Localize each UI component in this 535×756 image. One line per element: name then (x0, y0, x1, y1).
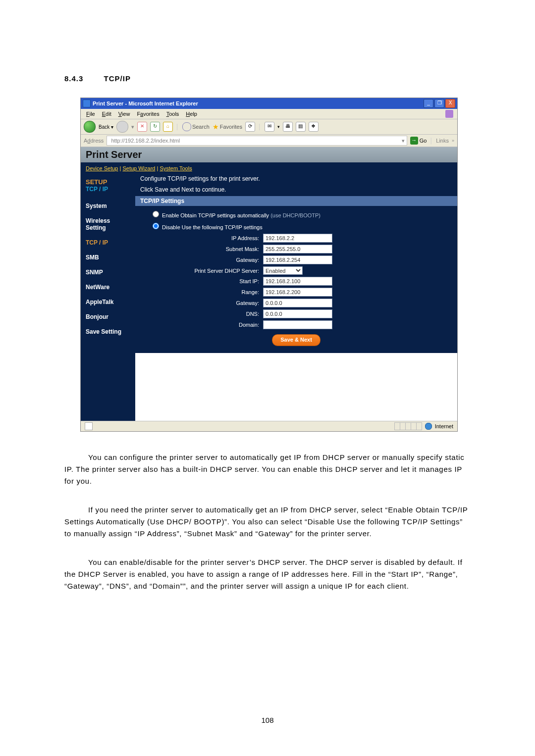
address-value: http://192.168.2.2/index.html (111, 138, 180, 144)
mail-button[interactable]: ✉ (265, 122, 274, 132)
sidebar-item-tcpip[interactable]: TCP / IP (81, 235, 135, 250)
menu-bar: FFileile Edit View Favorites Tools Help (81, 109, 457, 119)
dns-label: DNS: (140, 311, 263, 317)
back-button[interactable] (84, 121, 96, 133)
breadcrumb: Device Setup | Setup Wizard | System Too… (81, 162, 457, 173)
status-hatch (394, 422, 422, 430)
range-input[interactable] (263, 288, 332, 297)
window-maximize-button[interactable]: ❐ (434, 99, 444, 108)
discuss-button[interactable]: ❖ (309, 122, 319, 132)
gateway-input[interactable] (263, 255, 332, 264)
home-button[interactable]: ⌂ (163, 122, 173, 132)
done-icon (85, 422, 93, 430)
menu-favorites[interactable]: Favorites (133, 111, 162, 117)
sidebar-item-netware[interactable]: NetWare (81, 280, 135, 295)
internet-zone-label: Internet (435, 423, 453, 429)
para-3: You can enable/disable for the printer s… (64, 558, 463, 590)
window-minimize-button[interactable]: _ (424, 99, 433, 108)
ie-window: Print Server - Microsoft Internet Explor… (80, 98, 458, 432)
opt-enable-hint: (use DHCP/BOOTP) (270, 212, 321, 218)
dns-input[interactable] (263, 309, 332, 318)
sidebar-setup-heading: SETUP (81, 177, 135, 186)
sidebar-item-save-setting[interactable]: Save Setting (81, 324, 135, 339)
section-title: TCP/IP (104, 74, 131, 83)
gateway2-label: Gateway: (140, 300, 263, 306)
window-titlebar: Print Server - Microsoft Internet Explor… (81, 98, 457, 109)
menu-view[interactable]: View (115, 111, 134, 117)
mask-input[interactable] (263, 245, 332, 253)
address-label: Address (84, 138, 104, 144)
panel-desc-1: Configure TCP/IP settings for the print … (135, 173, 457, 184)
sidebar-item-snmp[interactable]: SNMP (81, 265, 135, 280)
sidebar-setup-sub: TCP / IP (81, 186, 135, 199)
toolbar: Back ▾ ▾ ✕ ↻ ⌂ │ Search ★Favorites ⟳ │ ✉… (81, 119, 457, 135)
refresh-button[interactable]: ↻ (150, 122, 160, 132)
tcpip-subhead: TCP/IP Settings (135, 196, 457, 206)
para-1: You can configure the printer server to … (64, 453, 465, 485)
favorites-button[interactable]: ★Favorites (213, 123, 242, 131)
forward-button[interactable] (116, 121, 128, 133)
go-button[interactable]: → Go (410, 137, 427, 145)
start-ip-label: Start IP: (140, 278, 263, 284)
search-button[interactable]: Search (182, 122, 210, 131)
gateway2-input[interactable] (263, 299, 332, 307)
para-2: If you need the printer server to automa… (64, 505, 468, 538)
sidebar: SETUP TCP / IP System Wireless Setting T… (81, 173, 135, 421)
go-arrow-icon: → (410, 137, 418, 145)
section-heading: 8.4.3 TCP/IP (64, 74, 471, 83)
print-button[interactable]: 🖶 (283, 122, 293, 132)
menu-edit[interactable]: Edit (99, 111, 115, 117)
window-title: Print Server - Microsoft Internet Explor… (93, 101, 198, 106)
dhcp-server-label: Print Server DHCP Server: (140, 268, 263, 274)
menu-help[interactable]: Help (182, 111, 201, 117)
sidebar-item-bonjour[interactable]: Bonjour (81, 309, 135, 324)
save-next-button[interactable]: Save & Next (272, 334, 321, 346)
crumb-device-setup[interactable]: Device Setup (86, 165, 118, 171)
window-close-button[interactable]: X (445, 99, 455, 108)
menu-tools[interactable]: Tools (163, 111, 183, 117)
opt-disable-label: Disable Use the following TCP/IP setting… (162, 224, 263, 230)
sidebar-item-smb[interactable]: SMB (81, 250, 135, 265)
address-bar: Address http://192.168.2.2/index.html ▾ … (81, 135, 457, 147)
ip-input[interactable] (263, 234, 332, 243)
crumb-setup-wizard[interactable]: Setup Wizard (122, 165, 155, 171)
gateway-label: Gateway: (140, 257, 263, 263)
dhcp-server-select[interactable]: Enabled (263, 266, 303, 275)
menu-file[interactable]: FFileile (83, 111, 99, 117)
search-icon (182, 122, 191, 131)
panel-desc-2: Click Save and Next to continue. (135, 184, 457, 196)
internet-zone-icon (425, 423, 432, 430)
page-number: 108 (0, 716, 535, 724)
domain-input[interactable] (263, 320, 332, 329)
address-input[interactable]: http://192.168.2.2/index.html ▾ (107, 136, 407, 146)
edit-button[interactable]: ▤ (296, 122, 306, 132)
stop-button[interactable]: ✕ (137, 122, 147, 132)
start-ip-input[interactable] (263, 277, 332, 286)
body-text: You can configure the printer server to … (64, 452, 471, 592)
range-label: Range: (140, 289, 263, 295)
history-button[interactable]: ⟳ (245, 122, 255, 132)
section-number: 8.4.3 (64, 74, 83, 83)
sidebar-item-wireless[interactable]: Wireless Setting (81, 213, 135, 235)
links-label[interactable]: Links (436, 138, 449, 144)
app-banner: Print Server (86, 149, 142, 160)
ie-logo-icon (445, 110, 453, 118)
radio-disable-dhcp[interactable] (153, 223, 159, 229)
crumb-system-tools[interactable]: System Tools (160, 165, 192, 171)
star-icon: ★ (213, 123, 219, 131)
mask-label: Subnet Mask: (140, 246, 263, 252)
ip-label: IP Address: (140, 235, 263, 241)
opt-enable-label: Enable Obtain TCP/IP settings automatica… (162, 212, 269, 218)
sidebar-item-system[interactable]: System (81, 199, 135, 213)
ie-icon (83, 100, 91, 107)
main-panel: Configure TCP/IP settings for the print … (135, 173, 457, 421)
sidebar-item-appletalk[interactable]: AppleTalk (81, 295, 135, 309)
domain-label: Domain: (140, 322, 263, 328)
status-bar: Internet (81, 421, 457, 431)
radio-enable-dhcp[interactable] (153, 211, 159, 217)
